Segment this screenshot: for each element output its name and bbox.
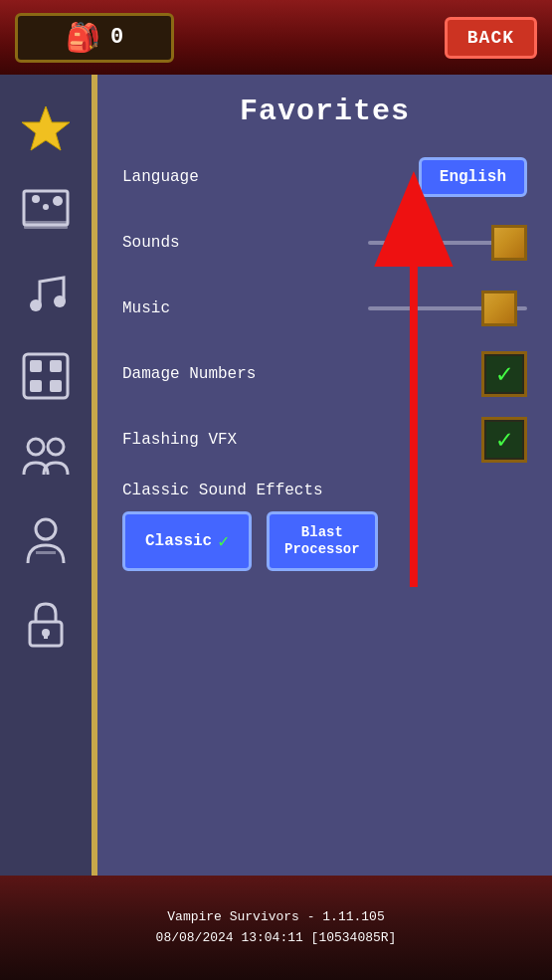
music-slider-thumb[interactable] [481, 291, 517, 326]
svg-rect-5 [24, 221, 68, 229]
svg-point-2 [32, 195, 40, 203]
lock-icon [20, 598, 72, 650]
version-line1: Vampire Survivors - 1.11.105 [167, 909, 384, 924]
svg-rect-11 [30, 380, 42, 392]
classic-sound-effects-section: Classic Sound Effects Classic ✓ BlastPro… [122, 482, 527, 571]
person-icon [20, 515, 72, 567]
sounds-slider-container [368, 241, 527, 245]
panel-title: Favorites [122, 95, 527, 128]
svg-point-14 [48, 439, 64, 455]
svg-marker-0 [22, 106, 70, 150]
sidebar-item-effects[interactable] [12, 177, 80, 245]
flashing-vfx-checkmark: ✓ [496, 424, 512, 456]
effects-icon [20, 185, 72, 237]
sidebar-item-dice[interactable] [12, 342, 80, 410]
svg-point-4 [53, 196, 63, 206]
version-line2: 08/08/2024 13:04:11 [10534085R] [156, 930, 397, 945]
svg-rect-12 [50, 380, 62, 392]
flashing-vfx-row: Flashing VFX ✓ [122, 416, 527, 464]
main-area: Favorites Language English Sounds Music [0, 75, 552, 890]
svg-rect-16 [36, 551, 56, 554]
sidebar-item-person[interactable] [12, 507, 80, 575]
svg-rect-9 [30, 360, 42, 372]
back-button[interactable]: BACK [445, 17, 537, 59]
music-row: Music [122, 285, 527, 332]
classic-check-badge: ✓ [218, 530, 229, 552]
svg-point-15 [36, 519, 56, 539]
coin-display: 🎒 0 [15, 13, 174, 63]
svg-point-13 [28, 439, 44, 455]
sidebar [0, 75, 94, 890]
flashing-vfx-checkbox[interactable]: ✓ [481, 417, 527, 463]
classic-button[interactable]: Classic ✓ [122, 511, 252, 571]
svg-point-6 [30, 299, 42, 311]
star-icon [20, 102, 72, 154]
dice-icon [20, 350, 72, 402]
flashing-vfx-label: Flashing VFX [122, 431, 481, 449]
damage-numbers-row: Damage Numbers ✓ [122, 350, 527, 398]
characters-icon [20, 433, 72, 485]
bottom-bar: Vampire Survivors - 1.11.105 08/08/2024 … [0, 876, 552, 980]
svg-point-3 [43, 204, 49, 210]
language-label: Language [122, 168, 419, 186]
blast-processor-label: BlastProcessor [284, 524, 360, 557]
music-icon [20, 268, 72, 319]
sounds-label: Sounds [122, 234, 368, 252]
sounds-row: Sounds [122, 219, 527, 267]
top-bar: 🎒 0 BACK [0, 0, 552, 75]
music-slider-track[interactable] [368, 306, 527, 310]
classic-sound-effects-label: Classic Sound Effects [122, 482, 527, 499]
svg-rect-10 [50, 360, 62, 372]
damage-numbers-checkbox[interactable]: ✓ [481, 351, 527, 397]
content-panel: Favorites Language English Sounds Music [94, 75, 552, 890]
language-row: Language English [122, 153, 527, 201]
damage-numbers-label: Damage Numbers [122, 365, 481, 383]
damage-numbers-checkbox-inner: ✓ [486, 356, 522, 392]
sounds-slider-track[interactable] [368, 241, 527, 245]
svg-point-7 [54, 295, 66, 307]
version-text: Vampire Survivors - 1.11.105 08/08/2024 … [156, 907, 397, 949]
svg-rect-19 [44, 633, 48, 639]
classic-button-label: Classic [145, 532, 212, 550]
sidebar-item-music[interactable] [12, 260, 80, 327]
language-button[interactable]: English [419, 157, 527, 197]
coin-count: 0 [110, 25, 123, 50]
sidebar-item-star[interactable] [12, 95, 80, 162]
sidebar-item-lock[interactable] [12, 590, 80, 658]
sidebar-item-characters[interactable] [12, 425, 80, 492]
damage-numbers-checkmark: ✓ [496, 358, 512, 390]
blast-processor-button[interactable]: BlastProcessor [267, 511, 378, 571]
coin-icon: 🎒 [66, 21, 100, 55]
music-label: Music [122, 299, 368, 317]
classic-buttons-row: Classic ✓ BlastProcessor [122, 511, 527, 571]
flashing-vfx-checkbox-inner: ✓ [486, 422, 522, 458]
sounds-slider-thumb[interactable] [491, 225, 527, 261]
music-slider-container [368, 306, 527, 310]
